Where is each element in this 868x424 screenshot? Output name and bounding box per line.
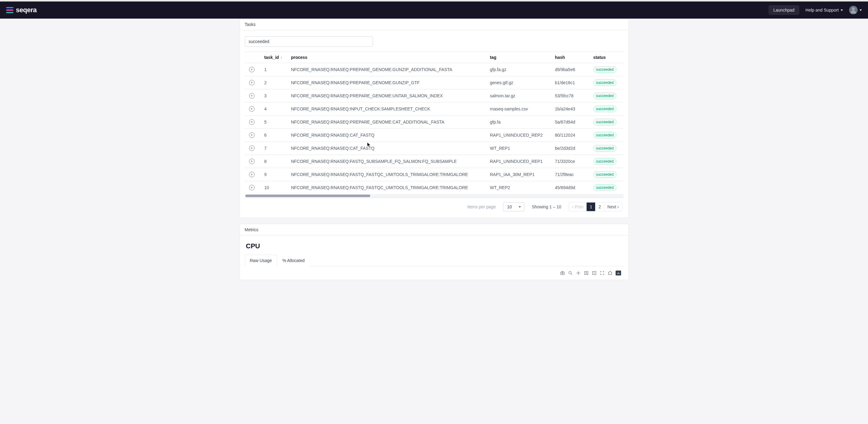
- cell-tag: rnaseq-samples.csv: [486, 102, 551, 116]
- tab-raw-usage[interactable]: Raw Usage: [245, 255, 277, 266]
- navbar-right: Launchpad Help and Support: [769, 5, 862, 15]
- autoscale-icon[interactable]: [600, 270, 604, 275]
- sort-ascending-icon: ↑: [280, 56, 282, 60]
- page-2-button[interactable]: 2: [595, 202, 604, 211]
- status-badge: succeeded: [593, 158, 617, 165]
- tasks-table-scroll[interactable]: task_id↑ process tag hash status +1NFCOR…: [245, 52, 623, 198]
- cell-process: NFCORE_RNASEQ:RNASEQ:FASTQ_SUBSAMPLE_FQ_…: [287, 155, 486, 168]
- svg-point-1: [562, 273, 563, 274]
- cell-process: NFCORE_RNASEQ:RNASEQ:FASTQ_FASTQC_UMITOO…: [287, 181, 486, 194]
- cell-process: NFCORE_RNASEQ:RNASEQ:PREPARE_GENOME:UNTA…: [287, 89, 486, 102]
- col-process[interactable]: process: [287, 52, 486, 63]
- caret-down-icon: [519, 206, 521, 208]
- table-header-row: task_id↑ process tag hash status: [245, 52, 623, 63]
- cell-hash: 71/2f8eac: [551, 168, 589, 181]
- pan-icon[interactable]: [576, 270, 581, 275]
- tasks-card-title: Tasks: [240, 19, 628, 30]
- cell-tag: salmon.tar.gz: [486, 89, 551, 102]
- tasks-card: Tasks task_id↑ process tag hash: [240, 19, 629, 218]
- camera-icon[interactable]: [560, 270, 565, 275]
- status-badge: succeeded: [593, 184, 617, 191]
- cell-status: succeeded: [589, 116, 623, 129]
- avatar-icon: [849, 6, 858, 14]
- col-hash[interactable]: hash: [551, 52, 589, 63]
- cell-process: NFCORE_RNASEQ:RNASEQ:CAT_FASTQ: [287, 142, 486, 155]
- metrics-card: Metrics CPU Raw Usage % Allocated: [240, 224, 629, 280]
- cell-task-id: 1: [260, 63, 287, 76]
- horizontal-scrollbar-track[interactable]: [245, 194, 623, 198]
- tasks-search-input[interactable]: [245, 36, 373, 47]
- cell-tag: WT_REP2: [486, 181, 551, 194]
- table-row[interactable]: +6NFCORE_RNASEQ:RNASEQ:CAT_FASTQRAP1_UNI…: [245, 129, 623, 142]
- pager: ‹ Prev 1 2 Next ›: [568, 202, 622, 211]
- items-per-page-select[interactable]: 10: [503, 202, 524, 211]
- table-row[interactable]: +1NFCORE_RNASEQ:RNASEQ:PREPARE_GENOME:GU…: [245, 63, 623, 76]
- cell-tag: RAP1_IAA_30M_REP1: [486, 168, 551, 181]
- page-1-button[interactable]: 1: [587, 202, 595, 211]
- cell-status: succeeded: [589, 89, 623, 102]
- cell-hash: 5a/67d94d: [551, 116, 589, 129]
- cell-tag: genes.gtf.gz: [486, 76, 551, 89]
- expand-row-icon[interactable]: +: [249, 185, 254, 190]
- col-tag[interactable]: tag: [486, 52, 551, 63]
- expand-row-icon[interactable]: +: [249, 80, 254, 86]
- cell-process: NFCORE_RNASEQ:RNASEQ:INPUT_CHECK:SAMPLES…: [287, 102, 486, 116]
- horizontal-scrollbar-thumb[interactable]: [245, 195, 371, 197]
- expand-row-icon[interactable]: +: [249, 172, 254, 177]
- cell-status: succeeded: [589, 168, 623, 181]
- cell-task-id: 3: [260, 89, 287, 102]
- expand-row-icon[interactable]: +: [249, 145, 254, 151]
- expand-row-icon[interactable]: +: [249, 119, 254, 125]
- col-status[interactable]: status: [589, 52, 623, 63]
- zoom-out-icon[interactable]: [592, 270, 597, 275]
- table-row[interactable]: +3NFCORE_RNASEQ:RNASEQ:PREPARE_GENOME:UN…: [245, 89, 623, 102]
- table-row[interactable]: +10NFCORE_RNASEQ:RNASEQ:FASTQ_FASTQC_UMI…: [245, 181, 623, 194]
- status-badge: succeeded: [593, 119, 617, 125]
- expand-row-icon[interactable]: +: [249, 93, 254, 99]
- cell-hash: 1b/a24e43: [551, 102, 589, 116]
- expand-row-icon[interactable]: +: [249, 159, 254, 164]
- help-support-dropdown[interactable]: Help and Support: [805, 8, 843, 12]
- showing-range-text: Showing 1 – 10: [532, 204, 561, 209]
- expand-row-icon[interactable]: +: [249, 132, 254, 138]
- cell-tag: WT_REP1: [486, 142, 551, 155]
- zoom-in-icon[interactable]: [584, 270, 589, 275]
- col-task-id[interactable]: task_id↑: [260, 52, 287, 63]
- cell-tag: gfp.fa.gz: [486, 63, 551, 76]
- top-navbar: seqera Launchpad Help and Support: [0, 2, 868, 19]
- tasks-table: task_id↑ process tag hash status +1NFCOR…: [245, 52, 623, 194]
- cell-process: NFCORE_RNASEQ:RNASEQ:PREPARE_GENOME:GUNZ…: [287, 76, 486, 89]
- prev-page-button[interactable]: ‹ Prev: [569, 202, 587, 211]
- toggle-chart-icon[interactable]: [616, 270, 621, 275]
- chevron-right-icon: ›: [617, 204, 619, 209]
- table-row[interactable]: +5NFCORE_RNASEQ:RNASEQ:PREPARE_GENOME:CA…: [245, 116, 623, 129]
- status-badge: succeeded: [593, 132, 617, 138]
- table-row[interactable]: +2NFCORE_RNASEQ:RNASEQ:PREPARE_GENOME:GU…: [245, 76, 623, 89]
- cell-tag: gfp.fa: [486, 116, 551, 129]
- chart-toolbar: [245, 266, 623, 277]
- expand-row-icon[interactable]: +: [249, 67, 254, 72]
- cell-status: succeeded: [589, 102, 623, 116]
- user-menu[interactable]: [849, 6, 862, 14]
- table-row[interactable]: +4NFCORE_RNASEQ:RNASEQ:INPUT_CHECK:SAMPL…: [245, 102, 623, 116]
- zoom-icon[interactable]: [568, 270, 573, 275]
- expand-row-icon[interactable]: +: [249, 106, 254, 112]
- table-row[interactable]: +7NFCORE_RNASEQ:RNASEQ:CAT_FASTQWT_REP1b…: [245, 142, 623, 155]
- cell-task-id: 4: [260, 102, 287, 116]
- caret-down-icon: [860, 9, 862, 11]
- svg-line-3: [571, 273, 572, 274]
- table-row[interactable]: +8NFCORE_RNASEQ:RNASEQ:FASTQ_SUBSAMPLE_F…: [245, 155, 623, 168]
- cell-status: succeeded: [589, 181, 623, 194]
- tab-percent-allocated[interactable]: % Allocated: [277, 255, 310, 266]
- cell-task-id: 9: [260, 168, 287, 181]
- reset-axes-icon[interactable]: [608, 270, 613, 275]
- col-expand: [245, 52, 260, 63]
- brand-logo[interactable]: seqera: [6, 6, 37, 14]
- launchpad-button[interactable]: Launchpad: [769, 5, 799, 15]
- cell-status: succeeded: [589, 63, 623, 76]
- seqera-logo-icon: [6, 7, 13, 13]
- next-page-button[interactable]: Next ›: [604, 202, 622, 211]
- cell-hash: b1/de16c1: [551, 76, 589, 89]
- table-row[interactable]: +9NFCORE_RNASEQ:RNASEQ:FASTQ_FASTQC_UMIT…: [245, 168, 623, 181]
- cell-status: succeeded: [589, 155, 623, 168]
